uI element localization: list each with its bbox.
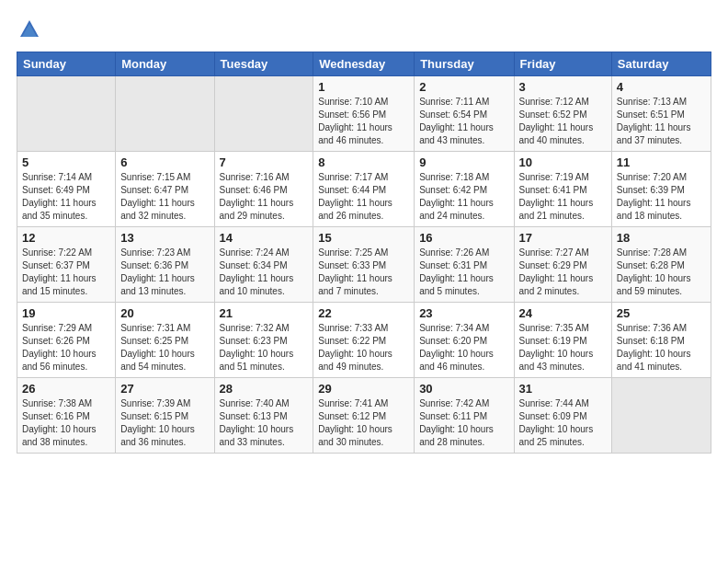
day-info: Sunrise: 7:20 AM Sunset: 6:39 PM Dayligh… — [617, 171, 706, 223]
day-number: 3 — [519, 80, 607, 94]
day-header-tuesday: Tuesday — [214, 52, 313, 76]
day-cell: 29Sunrise: 7:41 AM Sunset: 6:12 PM Dayli… — [313, 378, 415, 454]
day-number: 5 — [22, 155, 110, 169]
day-info: Sunrise: 7:31 AM Sunset: 6:25 PM Dayligh… — [120, 322, 209, 373]
week-row-4: 26Sunrise: 7:38 AM Sunset: 6:16 PM Dayli… — [17, 378, 711, 454]
calendar-header-row: SundayMondayTuesdayWednesdayThursdayFrid… — [17, 52, 711, 76]
day-cell: 7Sunrise: 7:16 AM Sunset: 6:46 PM Daylig… — [214, 152, 313, 227]
day-cell: 16Sunrise: 7:26 AM Sunset: 6:31 PM Dayli… — [415, 227, 514, 303]
day-cell: 9Sunrise: 7:18 AM Sunset: 6:42 PM Daylig… — [415, 152, 514, 227]
day-info: Sunrise: 7:25 AM Sunset: 6:33 PM Dayligh… — [318, 247, 409, 298]
day-header-friday: Friday — [514, 52, 611, 76]
day-number: 8 — [318, 155, 409, 169]
header — [17, 17, 711, 42]
day-cell: 21Sunrise: 7:32 AM Sunset: 6:23 PM Dayli… — [214, 303, 313, 378]
day-cell: 13Sunrise: 7:23 AM Sunset: 6:36 PM Dayli… — [116, 227, 214, 303]
day-number: 18 — [617, 231, 706, 245]
day-cell — [611, 378, 711, 454]
day-number: 22 — [318, 306, 409, 320]
day-number: 14 — [220, 231, 309, 245]
week-row-1: 5Sunrise: 7:14 AM Sunset: 6:49 PM Daylig… — [17, 152, 711, 227]
day-info: Sunrise: 7:19 AM Sunset: 6:41 PM Dayligh… — [519, 171, 607, 223]
day-info: Sunrise: 7:38 AM Sunset: 6:16 PM Dayligh… — [22, 397, 110, 449]
day-cell: 15Sunrise: 7:25 AM Sunset: 6:33 PM Dayli… — [313, 227, 415, 303]
day-number: 26 — [22, 382, 110, 396]
day-info: Sunrise: 7:40 AM Sunset: 6:13 PM Dayligh… — [220, 397, 309, 449]
day-info: Sunrise: 7:39 AM Sunset: 6:15 PM Dayligh… — [120, 397, 209, 449]
day-number: 17 — [519, 231, 607, 245]
day-cell: 26Sunrise: 7:38 AM Sunset: 6:16 PM Dayli… — [17, 378, 116, 454]
day-cell: 8Sunrise: 7:17 AM Sunset: 6:44 PM Daylig… — [313, 152, 415, 227]
day-number: 15 — [318, 231, 409, 245]
day-cell: 24Sunrise: 7:35 AM Sunset: 6:19 PM Dayli… — [514, 303, 611, 378]
day-number: 20 — [120, 306, 209, 320]
day-cell: 2Sunrise: 7:11 AM Sunset: 6:54 PM Daylig… — [415, 76, 514, 152]
logo-icon — [17, 17, 42, 42]
day-cell: 1Sunrise: 7:10 AM Sunset: 6:56 PM Daylig… — [313, 76, 415, 152]
day-number: 10 — [519, 155, 607, 169]
day-info: Sunrise: 7:26 AM Sunset: 6:31 PM Dayligh… — [419, 247, 508, 298]
day-header-sunday: Sunday — [17, 52, 116, 76]
day-info: Sunrise: 7:16 AM Sunset: 6:46 PM Dayligh… — [220, 171, 309, 223]
day-cell: 5Sunrise: 7:14 AM Sunset: 6:49 PM Daylig… — [17, 152, 116, 227]
week-row-2: 12Sunrise: 7:22 AM Sunset: 6:37 PM Dayli… — [17, 227, 711, 303]
day-cell — [214, 76, 313, 152]
calendar-table: SundayMondayTuesdayWednesdayThursdayFrid… — [17, 52, 711, 454]
day-info: Sunrise: 7:13 AM Sunset: 6:51 PM Dayligh… — [617, 96, 706, 147]
day-info: Sunrise: 7:18 AM Sunset: 6:42 PM Dayligh… — [419, 171, 508, 223]
day-info: Sunrise: 7:17 AM Sunset: 6:44 PM Dayligh… — [318, 171, 409, 223]
day-number: 16 — [419, 231, 508, 245]
day-number: 21 — [220, 306, 309, 320]
day-number: 4 — [617, 80, 706, 94]
day-header-thursday: Thursday — [415, 52, 514, 76]
day-info: Sunrise: 7:27 AM Sunset: 6:29 PM Dayligh… — [519, 247, 607, 298]
day-cell: 22Sunrise: 7:33 AM Sunset: 6:22 PM Dayli… — [313, 303, 415, 378]
day-info: Sunrise: 7:23 AM Sunset: 6:36 PM Dayligh… — [120, 247, 209, 298]
day-cell: 10Sunrise: 7:19 AM Sunset: 6:41 PM Dayli… — [514, 152, 611, 227]
day-cell: 11Sunrise: 7:20 AM Sunset: 6:39 PM Dayli… — [611, 152, 711, 227]
day-info: Sunrise: 7:10 AM Sunset: 6:56 PM Dayligh… — [318, 96, 409, 147]
day-info: Sunrise: 7:24 AM Sunset: 6:34 PM Dayligh… — [220, 247, 309, 298]
day-cell: 4Sunrise: 7:13 AM Sunset: 6:51 PM Daylig… — [611, 76, 711, 152]
day-cell: 23Sunrise: 7:34 AM Sunset: 6:20 PM Dayli… — [415, 303, 514, 378]
day-info: Sunrise: 7:44 AM Sunset: 6:09 PM Dayligh… — [519, 397, 607, 449]
day-cell: 12Sunrise: 7:22 AM Sunset: 6:37 PM Dayli… — [17, 227, 116, 303]
day-info: Sunrise: 7:12 AM Sunset: 6:52 PM Dayligh… — [519, 96, 607, 147]
day-number: 6 — [120, 155, 209, 169]
calendar-page: SundayMondayTuesdayWednesdayThursdayFrid… — [0, 0, 728, 563]
day-number: 7 — [220, 155, 309, 169]
day-cell: 30Sunrise: 7:42 AM Sunset: 6:11 PM Dayli… — [415, 378, 514, 454]
day-cell: 27Sunrise: 7:39 AM Sunset: 6:15 PM Dayli… — [116, 378, 214, 454]
week-row-3: 19Sunrise: 7:29 AM Sunset: 6:26 PM Dayli… — [17, 303, 711, 378]
day-number: 11 — [617, 155, 706, 169]
day-info: Sunrise: 7:14 AM Sunset: 6:49 PM Dayligh… — [22, 171, 110, 223]
logo — [17, 17, 46, 42]
day-cell — [17, 76, 116, 152]
day-info: Sunrise: 7:28 AM Sunset: 6:28 PM Dayligh… — [617, 247, 706, 298]
day-info: Sunrise: 7:32 AM Sunset: 6:23 PM Dayligh… — [220, 322, 309, 373]
day-info: Sunrise: 7:29 AM Sunset: 6:26 PM Dayligh… — [22, 322, 110, 373]
day-cell: 31Sunrise: 7:44 AM Sunset: 6:09 PM Dayli… — [514, 378, 611, 454]
day-number: 2 — [419, 80, 508, 94]
day-cell: 17Sunrise: 7:27 AM Sunset: 6:29 PM Dayli… — [514, 227, 611, 303]
day-cell: 20Sunrise: 7:31 AM Sunset: 6:25 PM Dayli… — [116, 303, 214, 378]
day-cell: 18Sunrise: 7:28 AM Sunset: 6:28 PM Dayli… — [611, 227, 711, 303]
day-number: 24 — [519, 306, 607, 320]
day-info: Sunrise: 7:15 AM Sunset: 6:47 PM Dayligh… — [120, 171, 209, 223]
day-number: 19 — [22, 306, 110, 320]
day-number: 29 — [318, 382, 409, 396]
day-cell — [116, 76, 214, 152]
day-number: 25 — [617, 306, 706, 320]
day-info: Sunrise: 7:41 AM Sunset: 6:12 PM Dayligh… — [318, 397, 409, 449]
day-cell: 6Sunrise: 7:15 AM Sunset: 6:47 PM Daylig… — [116, 152, 214, 227]
day-header-saturday: Saturday — [611, 52, 711, 76]
day-info: Sunrise: 7:35 AM Sunset: 6:19 PM Dayligh… — [519, 322, 607, 373]
day-info: Sunrise: 7:22 AM Sunset: 6:37 PM Dayligh… — [22, 247, 110, 298]
day-number: 23 — [419, 306, 508, 320]
day-info: Sunrise: 7:33 AM Sunset: 6:22 PM Dayligh… — [318, 322, 409, 373]
day-cell: 25Sunrise: 7:36 AM Sunset: 6:18 PM Dayli… — [611, 303, 711, 378]
day-number: 28 — [220, 382, 309, 396]
day-number: 1 — [318, 80, 409, 94]
day-header-monday: Monday — [116, 52, 214, 76]
day-number: 9 — [419, 155, 508, 169]
